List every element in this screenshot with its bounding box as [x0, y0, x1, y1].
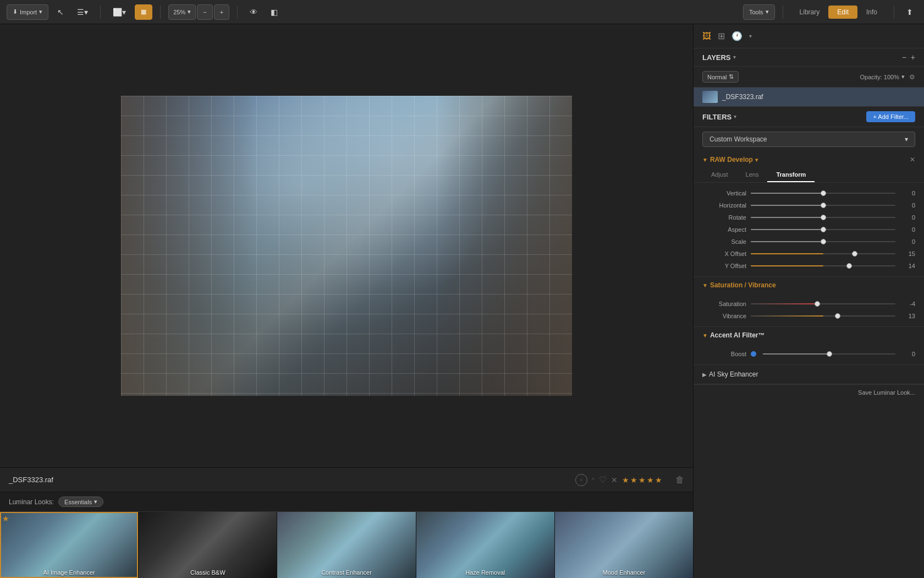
trash-button[interactable]: 🗑: [675, 475, 684, 485]
film-item-contrast-enhancer[interactable]: Contrast Enhancer: [277, 512, 416, 578]
vibrance-slider[interactable]: [751, 315, 895, 317]
zoom-out-button[interactable]: −: [197, 4, 212, 20]
aspect-thumb[interactable]: [821, 227, 826, 232]
ai-sky-filter-block: ▶ AI Sky Enhancer: [694, 365, 924, 384]
vibrance-slider-row: Vibrance 13: [694, 310, 924, 322]
canvas-area: _DSF3323.raf ○ ^ ♡ ✕ ★ ★ ★ ★ ★ 🗑 Luminar…: [0, 24, 693, 578]
aspect-value: 0: [900, 226, 915, 233]
layers-panel-icon[interactable]: ⊞: [718, 31, 725, 41]
star-1[interactable]: ★: [622, 476, 629, 484]
tab-lens[interactable]: Lens: [737, 168, 768, 182]
back-button[interactable]: ↖: [53, 4, 68, 20]
rating-area: ○ ^ ♡ ✕ ★ ★ ★ ★ ★ 🗑: [575, 474, 684, 486]
luminar-looks-bar: Luminar Looks: Essentials ▾: [0, 492, 693, 512]
vertical-thumb[interactable]: [821, 190, 826, 196]
horizontal-slider[interactable]: [751, 205, 895, 206]
separator-3: [237, 6, 238, 19]
compare-icon: ◧: [271, 8, 278, 17]
ai-sky-header[interactable]: ▶ AI Sky Enhancer: [694, 365, 924, 384]
filters-title[interactable]: FILTERS ▾: [702, 113, 736, 121]
boost-slider[interactable]: [763, 353, 895, 355]
film-item-ai-image-enhancer[interactable]: ★ AI Image Enhancer: [0, 512, 139, 578]
history-chevron: ▾: [749, 33, 752, 39]
blend-mode-selector[interactable]: Normal ⇅: [702, 71, 739, 83]
saturation-slider[interactable]: [751, 303, 895, 304]
eye-button[interactable]: 👁: [245, 4, 262, 20]
zoom-chevron: ▾: [188, 8, 191, 15]
tab-transform[interactable]: Transform: [767, 168, 815, 182]
circle-rating-button[interactable]: ○: [575, 474, 587, 486]
saturation-vibrance-header[interactable]: ▼ Saturation / Vibrance: [694, 277, 924, 293]
save-luminar-look-button[interactable]: Save Luminar Look...: [694, 384, 924, 400]
star-5[interactable]: ★: [655, 476, 662, 484]
xoffset-slider[interactable]: [751, 253, 895, 254]
xoffset-label: X Offset: [702, 250, 746, 257]
image-wrapper: [121, 96, 572, 396]
tools-button[interactable]: Tools ▾: [743, 4, 775, 20]
star-3[interactable]: ★: [639, 476, 646, 484]
rotate-thumb[interactable]: [821, 215, 826, 220]
boost-thumb[interactable]: [827, 351, 832, 357]
film-item-haze-removal[interactable]: Haze Removal: [416, 512, 555, 578]
view-toggle-button[interactable]: ▦: [135, 4, 152, 20]
accent-ai-header[interactable]: ▼ Accent AI Filter™: [694, 327, 924, 343]
opacity-control: Opacity: 100% ▾: [860, 73, 905, 80]
zoom-in-button[interactable]: +: [214, 4, 229, 20]
film-item-mood-enhancer[interactable]: Mood Enhancer: [555, 512, 693, 578]
saturation-thumb[interactable]: [815, 301, 820, 307]
layers-section-header: LAYERS ▾ − +: [694, 48, 924, 67]
compare-button[interactable]: ◧: [266, 4, 282, 20]
scale-thumb[interactable]: [821, 239, 826, 244]
reject-button[interactable]: ✕: [611, 476, 618, 484]
list-view-button[interactable]: ☰ ▾: [73, 4, 92, 20]
image-panel-icon[interactable]: 🖼: [702, 31, 711, 41]
star-2[interactable]: ★: [630, 476, 637, 484]
layers-add-button[interactable]: +: [911, 53, 915, 62]
raw-develop-close-button[interactable]: ✕: [910, 156, 915, 163]
horizontal-thumb[interactable]: [821, 203, 826, 208]
luminar-looks-dropdown[interactable]: Essentials ▾: [58, 497, 103, 507]
add-filter-button[interactable]: + Add Filter...: [866, 111, 915, 122]
layer-item[interactable]: _DSF3323.raf: [694, 88, 924, 107]
workspace-selector: Custom Workspace ▾: [702, 132, 915, 147]
workspace-dropdown[interactable]: Custom Workspace ▾: [702, 132, 915, 147]
layers-remove-button[interactable]: −: [902, 53, 906, 62]
raw-develop-tabs: Adjust Lens Transform: [694, 168, 924, 183]
rotate-slider[interactable]: [751, 217, 895, 218]
scale-slider[interactable]: [751, 241, 895, 242]
list-chevron: ▾: [84, 8, 88, 17]
saturation-fill: [751, 303, 817, 304]
yoffset-slider[interactable]: [751, 265, 895, 266]
film-thumb-5: [555, 512, 693, 578]
film-star-badge: ★: [2, 514, 9, 523]
film-label-2: Classic B&W: [139, 569, 277, 576]
vertical-slider[interactable]: [751, 193, 895, 194]
heart-button[interactable]: ♡: [599, 475, 607, 485]
film-item-classic-bw[interactable]: Classic B&W: [139, 512, 277, 578]
star-4[interactable]: ★: [647, 476, 654, 484]
vertical-label: Vertical: [702, 190, 746, 197]
tab-adjust[interactable]: Adjust: [702, 168, 737, 182]
share-button[interactable]: ⬆: [902, 4, 917, 20]
tab-edit[interactable]: Edit: [828, 6, 857, 19]
yoffset-slider-row: Y Offset 14: [694, 260, 924, 272]
layers-title[interactable]: LAYERS ▾: [702, 53, 736, 62]
raw-develop-header[interactable]: ▼ RAW Develop ▾ ✕: [694, 151, 924, 168]
tab-library[interactable]: Library: [791, 6, 829, 19]
tab-info[interactable]: Info: [857, 6, 886, 19]
aspect-slider[interactable]: [751, 229, 895, 230]
xoffset-thumb[interactable]: [852, 251, 857, 257]
vertical-slider-row: Vertical 0: [694, 187, 924, 199]
layer-gear-button[interactable]: ⚙: [909, 73, 915, 81]
saturation-vibrance-controls: Saturation -4 Vibrance 13: [694, 293, 924, 326]
yoffset-thumb[interactable]: [846, 263, 852, 269]
history-panel-icon[interactable]: 🕐: [732, 31, 743, 41]
import-button[interactable]: ⬇ Import ▾: [7, 4, 48, 20]
vibrance-thumb[interactable]: [835, 313, 840, 319]
luminar-looks-label: Luminar Looks:: [9, 498, 54, 506]
main-toolbar: ⬇ Import ▾ ↖ ☰ ▾ ⬜ ▾ ▦ 25% ▾ − + 👁 ◧: [0, 0, 924, 24]
zoom-display[interactable]: 25% ▾: [168, 4, 196, 20]
star-rating: ★ ★ ★ ★ ★: [622, 476, 662, 484]
separator-5: [894, 6, 894, 19]
layout-button[interactable]: ⬜ ▾: [108, 4, 130, 20]
